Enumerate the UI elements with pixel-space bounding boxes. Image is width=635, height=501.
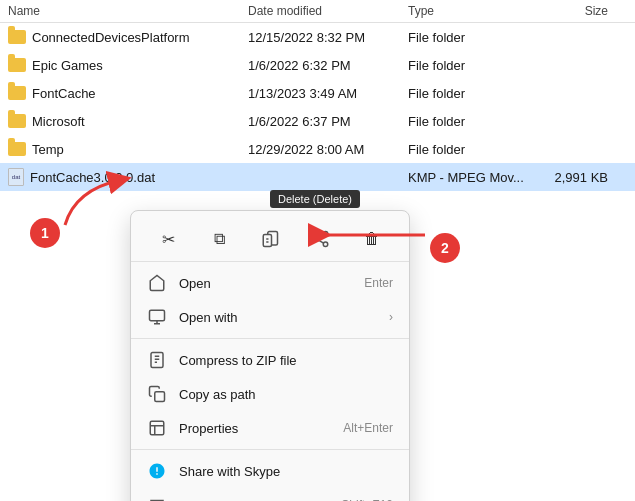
copy-button[interactable]: ⧉ — [203, 223, 235, 255]
share_skype-icon — [147, 461, 167, 481]
svg-point-6 — [323, 242, 328, 247]
menu-label: Open — [179, 276, 352, 291]
svg-rect-17 — [150, 421, 164, 435]
context-menu-toolbar: ✂ ⧉ 🗑 — [131, 217, 409, 262]
annotation-1: 1 — [30, 218, 60, 248]
file-date: 1/13/2023 3:49 AM — [248, 86, 408, 101]
menu-label: Properties — [179, 421, 331, 436]
menu-item-more_options[interactable]: Show more options Shift+F10 — [131, 488, 409, 501]
menu-item-copy_path[interactable]: Copy as path — [131, 377, 409, 411]
header-date[interactable]: Date modified — [248, 4, 408, 18]
file-type: File folder — [408, 58, 528, 73]
file-icon: dat — [8, 168, 24, 186]
shortcut-label: Enter — [364, 276, 393, 290]
properties-icon — [147, 418, 167, 438]
file-name: ConnectedDevicesPlatform — [32, 30, 190, 45]
file-list: ConnectedDevicesPlatform 12/15/2022 8:32… — [0, 23, 635, 191]
file-date: 1/6/2022 6:37 PM — [248, 114, 408, 129]
menu-separator — [131, 338, 409, 339]
header-type[interactable]: Type — [408, 4, 528, 18]
table-row[interactable]: FontCache 1/13/2023 3:49 AM File folder — [0, 79, 635, 107]
share-button[interactable] — [305, 223, 337, 255]
context-menu: ✂ ⧉ 🗑 Open Enter Open with › — [130, 210, 410, 501]
folder-icon — [8, 86, 26, 100]
file-name: FontCache3.0.0.0.dat — [30, 170, 155, 185]
table-header: Name Date modified Type Size — [0, 0, 635, 23]
open_with-icon — [147, 307, 167, 327]
folder-icon — [8, 58, 26, 72]
cut-button[interactable]: ✂ — [152, 223, 184, 255]
file-date: 12/15/2022 8:32 PM — [248, 30, 408, 45]
svg-rect-9 — [150, 310, 165, 321]
delete-tooltip: Delete (Delete) — [270, 190, 360, 208]
menu-label: Open with — [179, 310, 377, 325]
menu-label: Share with Skype — [179, 464, 393, 479]
table-row[interactable]: dat FontCache3.0.0.0.dat KMP - MPEG Mov.… — [0, 163, 635, 191]
svg-point-5 — [314, 237, 319, 242]
shortcut-label: Alt+Enter — [343, 421, 393, 435]
header-name[interactable]: Name — [8, 4, 248, 18]
file-type: File folder — [408, 142, 528, 157]
open-icon — [147, 273, 167, 293]
menu-item-compress[interactable]: Compress to ZIP file — [131, 343, 409, 377]
svg-line-7 — [318, 240, 323, 243]
menu-item-share_skype[interactable]: Share with Skype — [131, 454, 409, 488]
menu-item-open[interactable]: Open Enter — [131, 266, 409, 300]
file-name: FontCache — [32, 86, 96, 101]
table-row[interactable]: Temp 12/29/2022 8:00 AM File folder — [0, 135, 635, 163]
annotation-2: 2 — [430, 233, 460, 263]
menu-item-open_with[interactable]: Open with › — [131, 300, 409, 334]
more_options-icon — [147, 495, 167, 501]
file-name: Microsoft — [32, 114, 85, 129]
table-row[interactable]: ConnectedDevicesPlatform 12/15/2022 8:32… — [0, 23, 635, 51]
svg-rect-16 — [155, 392, 165, 402]
file-size: 2,991 KB — [528, 170, 608, 185]
svg-line-8 — [318, 235, 323, 238]
svg-point-4 — [323, 232, 328, 237]
folder-icon — [8, 30, 26, 44]
paste-button[interactable] — [254, 223, 286, 255]
header-size[interactable]: Size — [528, 4, 608, 18]
menu-item-properties[interactable]: Properties Alt+Enter — [131, 411, 409, 445]
file-type: File folder — [408, 86, 528, 101]
menu-label: Show more options — [179, 498, 329, 502]
folder-icon — [8, 142, 26, 156]
file-date: 12/29/2022 8:00 AM — [248, 142, 408, 157]
copy_path-icon — [147, 384, 167, 404]
file-type: File folder — [408, 114, 528, 129]
compress-icon — [147, 350, 167, 370]
menu-label: Compress to ZIP file — [179, 353, 393, 368]
table-row[interactable]: Epic Games 1/6/2022 6:32 PM File folder — [0, 51, 635, 79]
file-type: KMP - MPEG Mov... — [408, 170, 528, 185]
file-name: Temp — [32, 142, 64, 157]
delete-button[interactable]: 🗑 — [356, 223, 388, 255]
file-name: Epic Games — [32, 58, 103, 73]
menu-separator — [131, 449, 409, 450]
table-row[interactable]: Microsoft 1/6/2022 6:37 PM File folder — [0, 107, 635, 135]
file-date: 1/6/2022 6:32 PM — [248, 58, 408, 73]
file-type: File folder — [408, 30, 528, 45]
folder-icon — [8, 114, 26, 128]
context-menu-items: Open Enter Open with › Compress to ZIP f… — [131, 266, 409, 501]
menu-label: Copy as path — [179, 387, 393, 402]
submenu-arrow-icon: › — [389, 310, 393, 324]
svg-rect-1 — [263, 235, 271, 247]
